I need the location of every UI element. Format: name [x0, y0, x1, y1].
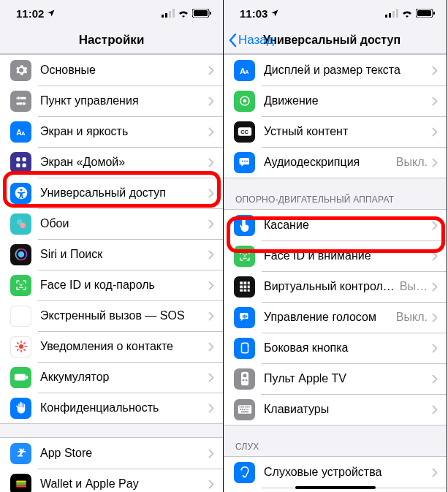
row-label: Face ID и внимание — [264, 249, 432, 262]
svg-rect-16 — [22, 164, 26, 167]
location-icon — [270, 9, 279, 18]
appstore-icon — [10, 443, 31, 464]
settings-row[interactable]: Face ID и внимание — [224, 241, 447, 271]
svg-rect-71 — [247, 345, 248, 348]
status-bar: 11:03 — [224, 0, 447, 26]
row-label: Siri и Поиск — [40, 248, 208, 261]
switches-icon — [10, 91, 31, 112]
gear-icon — [10, 60, 31, 81]
chevron-right-icon — [208, 404, 214, 413]
svg-rect-70 — [241, 343, 248, 353]
row-label: Экран и яркость — [40, 125, 208, 138]
settings-row[interactable]: Экран «Домой» — [0, 147, 223, 178]
access-icon — [10, 183, 31, 204]
battery-icon — [10, 367, 31, 388]
svg-rect-59 — [243, 281, 246, 284]
chevron-right-icon — [432, 405, 438, 415]
row-label: Face ID и код-пароль — [40, 279, 208, 292]
nav-bar: Настройки — [0, 26, 223, 54]
settings-row[interactable]: Аудиодескрипция Выкл. — [224, 147, 447, 178]
svg-point-25 — [19, 344, 23, 349]
svg-rect-0 — [162, 15, 164, 18]
svg-text:CC: CC — [240, 129, 248, 135]
svg-rect-58 — [240, 281, 243, 284]
svg-rect-5 — [194, 10, 208, 16]
settings-row[interactable]: AA Экран и яркость — [0, 116, 223, 147]
settings-row[interactable]: Конфиденциальность — [0, 393, 223, 423]
settings-row[interactable]: Управление голосом Выкл. — [224, 302, 447, 333]
section-header-motor: ОПОРНО-ДВИГАТЕЛЬНЫЙ АППАРАТ — [224, 192, 447, 209]
accessibility-list[interactable]: AA Дисплей и размер текста Движение CC У… — [224, 54, 447, 492]
svg-rect-13 — [16, 157, 20, 161]
svg-point-57 — [246, 254, 247, 256]
svg-rect-61 — [240, 286, 243, 289]
row-value: Выкл. — [396, 156, 428, 169]
settings-row[interactable]: Движение — [224, 86, 447, 116]
chevron-right-icon — [208, 219, 214, 229]
svg-rect-75 — [245, 379, 247, 382]
back-button[interactable]: Назад — [228, 33, 274, 48]
svg-rect-80 — [245, 406, 246, 408]
svg-rect-86 — [245, 409, 246, 410]
settings-row[interactable]: Слуховые устройства — [224, 457, 447, 488]
settings-row[interactable]: CC Устный контент — [224, 116, 447, 147]
settings-row[interactable]: Виртуальный контроллер Вы… — [224, 271, 447, 302]
svg-point-23 — [19, 284, 20, 285]
row-value: Вы… — [400, 280, 428, 293]
settings-row[interactable]: Wallet и Apple Pay — [0, 469, 223, 492]
chevron-right-icon — [432, 221, 438, 230]
svg-rect-6 — [210, 12, 211, 15]
svg-rect-62 — [243, 286, 246, 289]
status-indicators — [162, 9, 211, 18]
svg-line-31 — [23, 349, 25, 351]
svg-point-10 — [22, 102, 26, 106]
settings-row[interactable]: Пульт Apple TV — [224, 363, 447, 394]
row-label: Конфиденциальность — [40, 401, 208, 415]
wifi-icon — [401, 9, 413, 18]
cc-icon: CC — [234, 121, 255, 143]
row-label: Пульт Apple TV — [264, 372, 432, 385]
settings-row[interactable]: SOS Экстренный вызов — SOS — [0, 300, 223, 331]
settings-row[interactable]: Siri и Поиск — [0, 239, 223, 270]
row-label: Управление голосом — [264, 311, 396, 324]
row-label: Аккумулятор — [40, 371, 208, 384]
settings-row[interactable]: Касание — [224, 210, 447, 241]
svg-point-20 — [20, 223, 26, 229]
settings-row[interactable]: Пункт управления — [0, 86, 223, 116]
row-label: Дисплей и размер текста — [264, 64, 432, 77]
chevron-right-icon — [432, 313, 438, 322]
settings-row[interactable]: Клавиатуры — [224, 394, 447, 425]
tap-icon — [234, 215, 255, 236]
row-label: Боковая кнопка — [264, 341, 432, 355]
homegrid-icon — [10, 152, 31, 173]
svg-rect-43 — [396, 9, 398, 18]
svg-point-73 — [243, 374, 246, 377]
settings-list[interactable]: Основные Пункт управления AA Экран и ярк… — [0, 54, 223, 492]
settings-row[interactable]: Универсальный доступ — [0, 178, 223, 208]
settings-row[interactable]: Боковая кнопка — [224, 333, 447, 363]
svg-rect-83 — [240, 409, 241, 410]
speech-icon — [234, 152, 255, 173]
svg-rect-67 — [243, 315, 244, 318]
svg-rect-15 — [16, 164, 20, 167]
svg-rect-40 — [385, 15, 387, 18]
svg-rect-69 — [246, 316, 247, 317]
hand-icon — [10, 398, 31, 419]
settings-row[interactable]: Обои — [0, 208, 223, 239]
row-label: Аудиодескрипция — [264, 156, 396, 169]
settings-row[interactable]: AA Дисплей и размер текста — [224, 55, 447, 86]
settings-row[interactable]: Аккумулятор — [0, 362, 223, 393]
svg-rect-77 — [239, 406, 240, 408]
settings-row[interactable]: Уведомления о контакте — [0, 331, 223, 362]
chevron-right-icon — [208, 342, 214, 352]
row-label: Устный контент — [264, 125, 432, 138]
settings-row[interactable]: App Store — [0, 438, 223, 469]
chevron-right-icon — [432, 251, 438, 261]
row-label: Wallet и Apple Pay — [40, 477, 208, 491]
settings-row[interactable]: Основные — [0, 55, 223, 86]
svg-rect-79 — [243, 406, 244, 408]
svg-rect-41 — [389, 13, 391, 18]
settings-row[interactable]: Face ID и код-пароль — [0, 270, 223, 300]
svg-rect-3 — [172, 9, 175, 18]
status-time: 11:03 — [240, 7, 267, 20]
